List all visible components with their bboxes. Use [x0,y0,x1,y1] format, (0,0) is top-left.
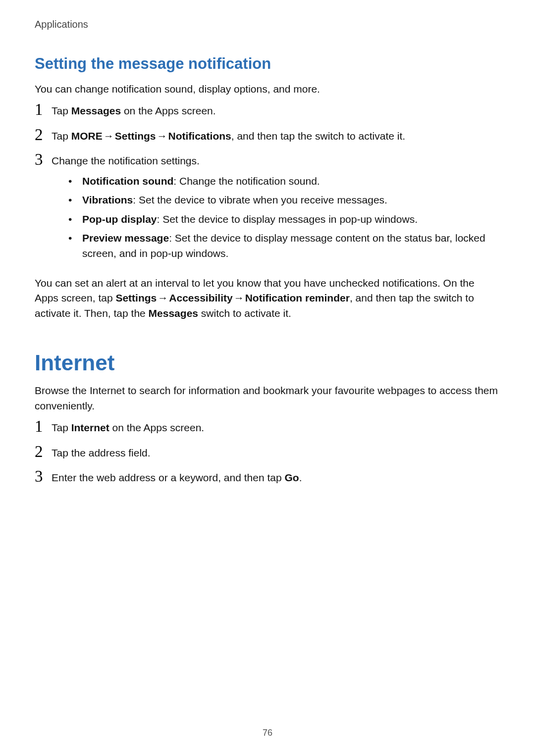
bold-text: MORE [71,130,103,142]
section-heading-notifications: Setting the message notification [35,55,500,73]
page-number: 76 [0,728,535,738]
text: . [299,472,302,483]
bold-text: Settings [115,292,157,303]
section-outro-notifications: You can set an alert at an interval to l… [35,276,500,321]
bold-text: Notification sound [82,175,173,187]
arrow-icon: → [156,129,168,144]
bullet-list: • Notification sound: Change the notific… [66,174,500,261]
text: : Change the notification sound. [173,175,320,187]
step-number: 3 [35,468,52,485]
text: on the Apps screen. [109,422,204,433]
page-header: Applications [35,19,500,30]
text: Tap [52,130,71,142]
bold-text: Accessibility [169,292,232,303]
step-number: 1 [35,418,52,435]
bold-text: Messages [149,307,198,319]
text: Tap [52,422,71,433]
bullet-icon: • [66,212,82,227]
bullet-icon: • [66,174,82,189]
section-intro-internet: Browse the Internet to search for inform… [35,383,500,413]
step-body: Tap Internet on the Apps screen. [52,420,500,435]
text: switch to activate it. [198,307,291,319]
bold-text: Go [284,472,299,483]
text: : Set the device to display messages in … [157,213,418,225]
bold-text: Pop-up display [82,213,157,225]
bullet-icon: • [66,193,82,207]
section-heading-internet: Internet [35,351,500,375]
step-1-notifications: 1 Tap Messages on the Apps screen. [35,103,500,118]
step-number: 2 [35,444,52,460]
step-1-internet: 1 Tap Internet on the Apps screen. [35,420,500,435]
bold-text: Notifications [168,130,231,142]
arrow-icon: → [103,129,115,144]
step-body: Change the notification settings. • Noti… [52,153,500,266]
text: : Set the device to vibrate when you rec… [133,194,387,205]
bold-text: Internet [71,422,109,433]
step-3-internet: 3 Enter the web address or a keyword, an… [35,470,500,485]
list-item: • Preview message: Set the device to dis… [66,231,500,261]
step-2-internet: 2 Tap the address field. [35,446,500,460]
text: , and then tap the switch to activate it… [231,130,405,142]
arrow-icon: → [233,291,245,305]
text: Enter the web address or a keyword, and … [52,472,284,483]
bullet-icon: • [66,231,82,261]
section-intro-notifications: You can change notification sound, displ… [35,82,500,97]
list-item: • Vibrations: Set the device to vibrate … [66,193,500,207]
bold-text: Notification reminder [245,292,350,303]
step-number: 3 [35,151,52,168]
step-number: 1 [35,101,52,118]
step-body: Tap MORE → Settings → Notifications, and… [52,129,500,144]
list-item: • Pop-up display: Set the device to disp… [66,212,500,227]
list-item: • Notification sound: Change the notific… [66,174,500,189]
bold-text: Settings [115,130,156,142]
arrow-icon: → [157,291,169,305]
step-body: Tap the address field. [52,446,500,460]
step-body: Enter the web address or a keyword, and … [52,470,500,485]
text: Change the notification settings. [52,155,200,166]
text: on the Apps screen. [121,105,215,116]
step-2-notifications: 2 Tap MORE → Settings → Notifications, a… [35,129,500,144]
step-body: Tap Messages on the Apps screen. [52,103,500,118]
text: Tap [52,105,71,116]
bold-text: Vibrations [82,194,133,205]
bold-text: Preview message [82,232,169,244]
step-number: 2 [35,127,52,143]
step-3-notifications: 3 Change the notification settings. • No… [35,153,500,266]
bold-text: Messages [71,105,121,116]
